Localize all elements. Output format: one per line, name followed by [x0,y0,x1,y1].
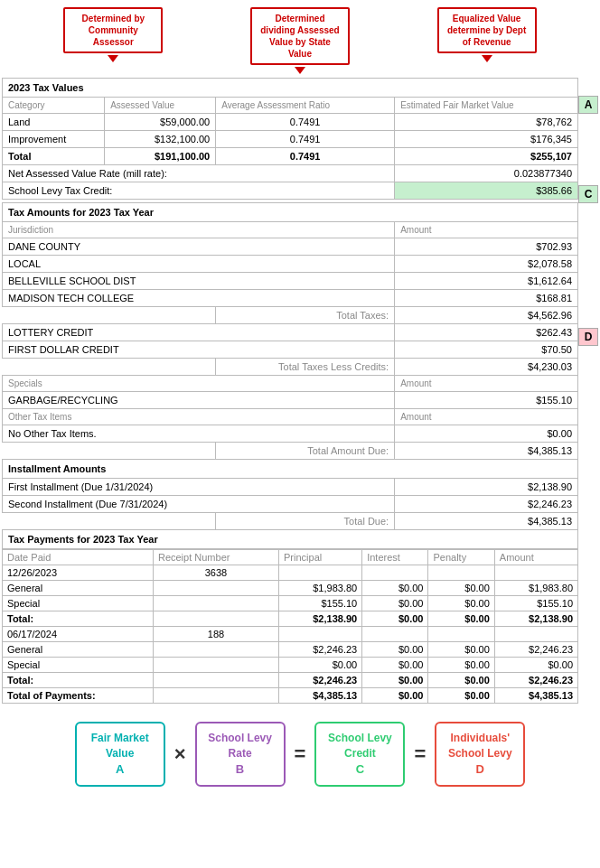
footer-box-slr: School Levy Rate B [195,722,286,787]
g1-special-interest: $0.00 [362,596,428,611]
dane-county-label: DANE COUNTY [3,238,395,256]
footer-box-isl: Individuals' School Levy D [435,722,525,787]
table-row: No Other Tax Items. $0.00 [3,425,578,443]
grand-total-row: Total of Payments: $4,385.13 $0.00 $0.00… [3,688,578,704]
school-levy-value: $385.66 [395,182,578,200]
total-less-credits-label: Total Taxes Less Credits: [216,359,395,376]
g2-general-amount: $2,246.23 [494,642,577,658]
total-less-credits-value: $4,230.03 [395,359,578,376]
g1-special-penalty: $0.00 [428,596,494,611]
first-installment-amount: $2,138.90 [395,479,578,496]
local-amount: $2,078.58 [395,256,578,273]
other-tax-title: Other Tax Items [3,409,395,425]
main-table: 2023 Tax Values Category Assessed Value … [2,78,578,549]
footer-isl-letter: D [476,762,484,776]
operator-equals-1: = [295,742,306,766]
installments-title: Installment Amounts [3,460,578,479]
col-date-paid: Date Paid [3,550,154,565]
payment-date-row: 12/26/2023 3638 [3,565,578,581]
school-levy-label: School Levy Tax Credit: [3,182,395,200]
row-improvement-fmv: $176,345 [395,131,578,148]
g1-special-principal: $155.10 [279,596,362,611]
table-row: Special $0.00 $0.00 $0.00 $0.00 [3,658,578,673]
payment-date-2: 06/17/2024 [3,627,154,642]
madison-label: MADISON TECH COLLEGE [3,290,395,307]
operator-multiply: × [174,742,186,766]
g2-special-amount: $0.00 [494,658,577,673]
footer-isl-line1: Individuals' [451,732,511,744]
side-badges: A C D [578,78,598,704]
school-levy-row: School Levy Tax Credit: $385.66 [3,182,578,200]
col-amount: Amount [395,222,578,238]
g1-general-amount: $1,983.80 [494,581,577,596]
g2-total-principal: $2,246.23 [279,673,362,688]
installment-total-due-value: $4,385.13 [395,513,578,530]
footer-box-slc: School Levy Credit C [314,722,405,787]
g2-special-principal: $0.00 [279,658,362,673]
g1-total-principal: $2,138.90 [279,611,362,627]
payments-title: Tax Payments for 2023 Tax Year [3,530,578,549]
tax-amounts-title: Tax Amounts for 2023 Tax Year [3,203,578,222]
footer-fmv-line1: Fair Market [91,732,149,744]
g1-total-penalty: $0.00 [428,611,494,627]
row-improvement-assessed: $132,100.00 [105,131,216,148]
other-tax-header: Other Tax Items Amount [3,409,578,425]
second-installment-amount: $2,246.23 [395,496,578,513]
label-assessor-arrow: Determined by Community Assessor [63,7,163,74]
grand-total-penalty: $0.00 [428,688,494,704]
lottery-credit-amount: $262.43 [395,324,578,341]
garbage-amount: $155.10 [395,392,578,409]
footer-fmv-letter: A [116,762,124,776]
specials-title: Specials [3,376,395,392]
g1-general-principal: $1,983.80 [279,581,362,596]
col-amount: Amount [494,550,577,565]
table-row: Special $155.10 $0.00 $0.00 $155.10 [3,596,578,611]
payment-date-1: 12/26/2023 [3,565,154,581]
g2-total-penalty: $0.00 [428,673,494,688]
payments-header: Tax Payments for 2023 Tax Year [3,530,578,549]
specials-header: Specials Amount [3,376,578,392]
footer-equation: Fair Market Value A × School Levy Rate B… [2,707,598,796]
col-category: Category [3,98,105,114]
arrow-down-assessor [108,55,118,62]
g1-general-penalty: $0.00 [428,581,494,596]
tax-values-title: 2023 Tax Values [3,79,578,98]
payments-col-headers: Date Paid Receipt Number Principal Inter… [3,550,578,565]
row-total-ratio: 0.7491 [216,148,395,165]
footer-slc-line1: School Levy [328,732,392,744]
lottery-credit-row: LOTTERY CREDIT $262.43 [3,324,578,341]
badge-d: D [578,328,598,346]
footer-box-fmv: Fair Market Value A [75,722,165,787]
dane-county-amount: $702.93 [395,238,578,256]
grand-total-amount: $4,385.13 [494,688,577,704]
row-total-assessed: $191,100.00 [105,148,216,165]
no-other-amount: $0.00 [395,425,578,443]
second-installment-label: Second Installment (Due 7/31/2024) [3,496,395,513]
row-land-ratio: 0.7491 [216,114,395,131]
footer-slc-line2: Credit [344,747,376,760]
page-container: Determined by Community Assessor Determi… [0,0,600,798]
table-row: General $2,246.23 $0.00 $0.00 $2,246.23 [3,642,578,658]
installments-header: Installment Amounts [3,460,578,479]
table-row: MADISON TECH COLLEGE $168.81 [3,290,578,307]
col-receipt: Receipt Number [153,550,278,565]
label-equalized-arrow: Equalized Value determine by Dept of Rev… [437,7,537,74]
g2-general-penalty: $0.00 [428,642,494,658]
g1-special-label: Special [3,596,154,611]
payment-receipt-2: 188 [153,627,278,642]
table-row: Land $59,000.00 0.7491 $78,762 [3,114,578,131]
row-total-fmv: $255,107 [395,148,578,165]
row-improvement-ratio: 0.7491 [216,131,395,148]
g2-general-interest: $0.00 [362,642,428,658]
footer-slr-line1: School Levy [208,732,272,744]
g1-general-label: General [3,581,154,596]
tax-values-columns: Category Assessed Value Average Assessme… [3,98,578,114]
lottery-credit-label: LOTTERY CREDIT [3,324,395,341]
col-assessed: Assessed Value [105,98,216,114]
label-equalized-value: Equalized Value determine by Dept of Rev… [437,7,537,53]
other-tax-col-amount: Amount [395,409,578,425]
first-dollar-credit-row: FIRST DOLLAR CREDIT $70.50 [3,341,578,359]
g1-total-amount: $2,138.90 [494,611,577,627]
g2-special-label: Special [3,658,154,673]
first-dollar-amount: $70.50 [395,341,578,359]
